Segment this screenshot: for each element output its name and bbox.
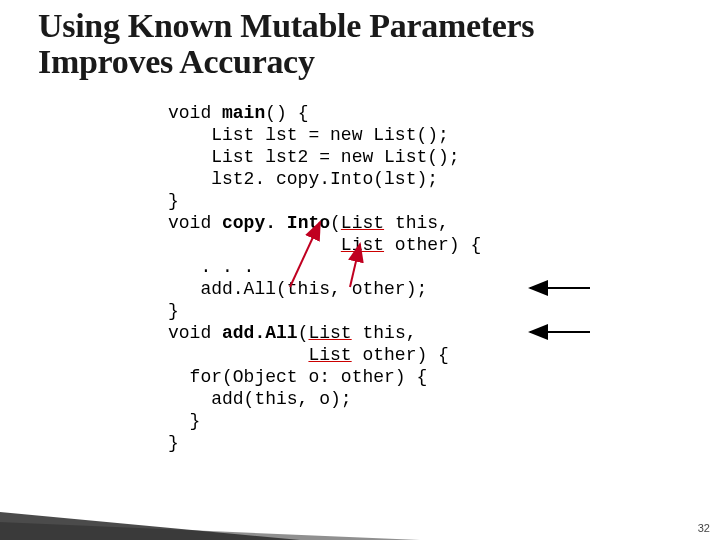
code-line-16: } [168,433,179,453]
decor-triangle-dark [0,512,300,540]
code-line-9: add.All(this, other); [168,279,427,299]
code-line-11: void add.All(List this, [168,323,416,343]
code-line-13: for(Object o: other) { [168,367,427,387]
slide-number: 32 [698,522,710,534]
code-line-8: . . . [168,257,254,277]
code-line-15: } [168,411,200,431]
code-line-5: } [168,191,179,211]
slide-title: Using Known Mutable Parameters Improves … [38,8,658,79]
code-line-1: void main() { [168,103,308,123]
code-line-7: List other) { [168,235,481,255]
code-line-4: lst2. copy.Into(lst); [168,169,438,189]
code-block: void main() { List lst = new List(); Lis… [168,102,481,454]
code-line-12: List other) { [168,345,449,365]
code-line-6: void copy. Into(List this, [168,213,449,233]
code-line-3: List lst2 = new List(); [168,147,460,167]
code-line-10: } [168,301,179,321]
code-line-14: add(this, o); [168,389,352,409]
code-line-2: List lst = new List(); [168,125,449,145]
